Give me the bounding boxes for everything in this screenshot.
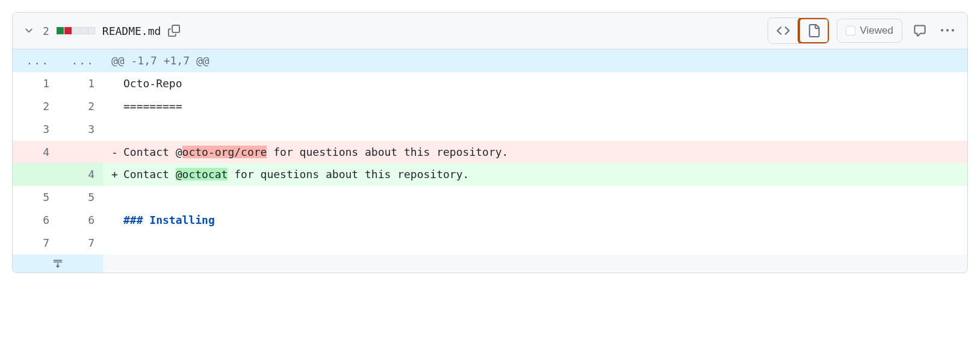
chevron-down-icon[interactable] [22,24,36,37]
file-name[interactable]: README.md [102,25,161,37]
diff-container: 2 README.md [12,12,968,273]
diff-line: 7 7 [13,232,967,255]
view-toggle-group [768,17,830,44]
diff-header: 2 README.md [13,13,967,49]
viewed-checkbox[interactable] [846,26,855,36]
diffstat-removed [64,27,72,34]
hunk-header-row: ... ... @@ -1,7 +1,7 @@ [13,49,967,72]
line-number-new[interactable]: 7 [58,232,103,255]
line-number-new[interactable]: 6 [58,209,103,232]
viewed-button[interactable]: Viewed [837,19,902,43]
line-number-new[interactable] [58,141,103,164]
diff-line: 5 5 [13,186,967,209]
diffstat-neutral [72,27,79,34]
diff-header-right: Viewed [768,17,958,44]
expand-blank [103,255,967,273]
line-number-old[interactable] [13,163,58,186]
line-content: -Contact @octo-org/core for questions ab… [103,141,967,164]
line-content: ### Installing [103,209,967,232]
expand-down-icon[interactable] [13,255,103,273]
line-number-old[interactable]: 4 [13,141,58,164]
diff-line-deletion: 4 -Contact @octo-org/core for questions … [13,141,967,164]
line-content [103,232,967,255]
diff-line: 6 6 ### Installing [13,209,967,232]
line-content: Octo-Repo [103,72,967,95]
hunk-header: @@ -1,7 +1,7 @@ [103,49,967,72]
source-view-button[interactable] [768,18,799,43]
comment-icon[interactable] [910,20,930,41]
expand-row [13,255,967,273]
diffstat-neutral [88,27,95,34]
line-number-old[interactable]: 3 [13,118,58,141]
line-number-old[interactable]: 2 [13,95,58,118]
diff-line: 2 2 ========= [13,95,967,118]
copy-icon[interactable] [168,25,180,37]
diff-line-addition: 4 +Contact @octocat for questions about … [13,163,967,186]
line-number-old[interactable]: 1 [13,72,58,95]
line-content [103,118,967,141]
line-number-new[interactable]: 2 [58,95,103,118]
diff-line: 1 1 Octo-Repo [13,72,967,95]
rendered-view-button[interactable] [799,18,829,43]
line-number-old[interactable]: 7 [13,232,58,255]
change-count: 2 [43,25,49,37]
line-number-new[interactable]: 3 [58,118,103,141]
line-number-old[interactable]: 5 [13,186,58,209]
kebab-icon[interactable] [937,20,958,41]
line-number-old[interactable]: ... [13,49,58,72]
line-number-new[interactable]: 5 [58,186,103,209]
line-number-new[interactable]: 1 [58,72,103,95]
diff-header-left: 2 README.md [22,24,180,37]
viewed-label: Viewed [860,25,893,37]
diff-line: 3 3 [13,118,967,141]
diff-body: ... ... @@ -1,7 +1,7 @@ 1 1 Octo-Repo 2 … [13,49,967,273]
diffstat-neutral [80,27,87,34]
line-content [103,186,967,209]
line-content: +Contact @octocat for questions about th… [103,163,967,186]
line-number-new[interactable]: 4 [58,163,103,186]
diffstat [57,27,95,34]
diffstat-added [57,27,64,34]
line-content: ========= [103,95,967,118]
line-number-new[interactable]: ... [58,49,103,72]
line-number-old[interactable]: 6 [13,209,58,232]
